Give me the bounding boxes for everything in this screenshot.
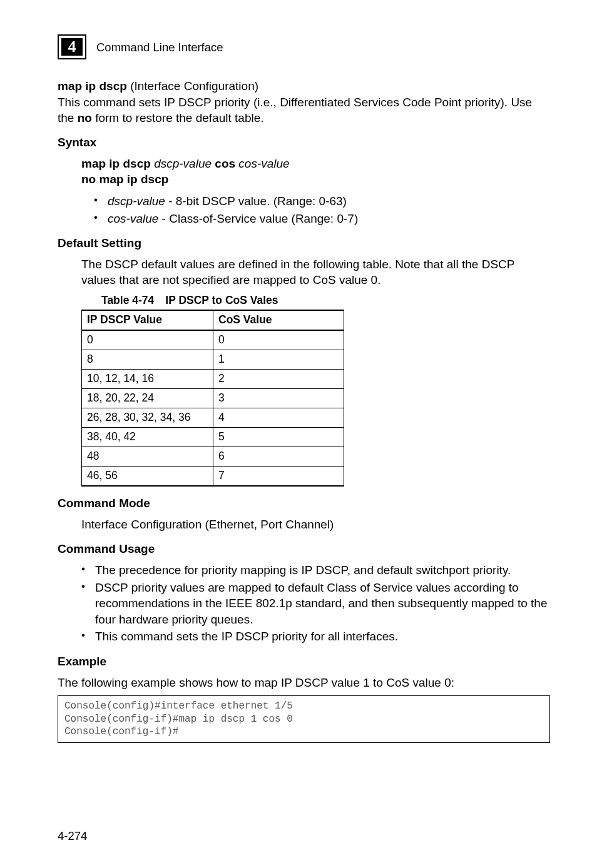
example-heading: Example xyxy=(58,655,550,669)
bullet-text: This command sets the IP DSCP priority f… xyxy=(95,630,398,643)
syntax-kw1: map ip dscp xyxy=(81,157,154,170)
syntax-heading: Syntax xyxy=(58,136,550,149)
bullet-italic: dscp-value xyxy=(108,194,165,208)
usage-bullet: DSCP priority values are mapped to defau… xyxy=(81,580,550,627)
cell-dscp: 8 xyxy=(82,350,213,370)
syntax-bullet: cos-value - Class-of-Service value (Rang… xyxy=(94,211,550,226)
table-row: 10, 12, 14, 162 xyxy=(82,370,344,389)
bullet-text: The precedence for priority mapping is I… xyxy=(95,563,511,577)
cell-dscp: 38, 40, 42 xyxy=(82,428,213,447)
cell-dscp: 46, 56 xyxy=(82,467,213,487)
syntax-line-1: map ip dscp dscp-value cos cos-value xyxy=(81,156,550,171)
command-mode-text: Interface Configuration (Ethernet, Port … xyxy=(81,517,550,532)
command-mode-heading: Command Mode xyxy=(58,497,550,510)
syntax-arg1: dscp-value xyxy=(154,157,212,170)
syntax-line-2: no map ip dscp xyxy=(81,171,550,187)
col-header-dscp: IP DSCP Value xyxy=(82,310,213,330)
table-row: 38, 40, 425 xyxy=(82,428,344,447)
syntax-kw2: cos xyxy=(212,157,238,170)
cell-cos: 7 xyxy=(213,467,344,487)
table-row: 18, 20, 22, 243 xyxy=(82,389,344,408)
col-header-cos: CoS Value xyxy=(213,310,344,330)
syntax-bullets: dscp-value - 8-bit DSCP value. (Range: 0… xyxy=(94,193,550,226)
cell-dscp: 26, 28, 30, 32, 34, 36 xyxy=(82,408,213,428)
cell-cos: 0 xyxy=(213,330,344,350)
syntax-no-form: no map ip dscp xyxy=(81,173,168,186)
command-context: (Interface Configuration) xyxy=(127,79,258,93)
bullet-italic: cos-value xyxy=(108,212,158,225)
command-usage-bullets: The precedence for priority mapping is I… xyxy=(81,562,550,644)
cell-dscp: 18, 20, 22, 24 xyxy=(82,389,213,408)
table-header-row: IP DSCP Value CoS Value xyxy=(82,310,344,330)
chapter-number: 4 xyxy=(61,38,83,56)
command-description: This command sets IP DSCP priority (i.e.… xyxy=(58,94,550,126)
bullet-rest: - 8-bit DSCP value. (Range: 0-63) xyxy=(165,194,347,208)
command-name: map ip dscp xyxy=(58,79,127,93)
syntax-bullet: dscp-value - 8-bit DSCP value. (Range: 0… xyxy=(94,193,550,209)
table-label: Table 4-74 xyxy=(101,294,154,306)
cell-dscp: 48 xyxy=(82,447,213,467)
bullet-text: DSCP priority values are mapped to defau… xyxy=(95,581,547,626)
table-row: 46, 567 xyxy=(82,467,344,487)
default-setting-text: The DSCP default values are defined in t… xyxy=(81,256,550,288)
cell-cos: 4 xyxy=(213,408,344,428)
header-title: Command Line Interface xyxy=(96,41,223,54)
page-header: 4 Command Line Interface xyxy=(58,34,550,61)
desc-text-bold: no xyxy=(78,111,92,124)
page-number: 4-274 xyxy=(58,829,87,843)
cell-dscp: 10, 12, 14, 16 xyxy=(82,370,213,389)
bullet-rest: - Class-of-Service value (Range: 0-7) xyxy=(158,212,358,225)
usage-bullet: This command sets the IP DSCP priority f… xyxy=(81,628,550,644)
dscp-cos-table: IP DSCP Value CoS Value 00 81 10, 12, 14… xyxy=(81,310,344,487)
dscp-table-wrap: Table 4-74IP DSCP to CoS Vales IP DSCP V… xyxy=(81,294,550,487)
table-title: IP DSCP to CoS Vales xyxy=(165,294,278,306)
desc-text-post: form to restore the default table. xyxy=(92,111,264,124)
example-text: The following example shows how to map I… xyxy=(58,675,550,690)
cell-cos: 5 xyxy=(213,428,344,447)
cell-cos: 3 xyxy=(213,389,344,408)
command-title: map ip dscp (Interface Configuration) xyxy=(58,79,550,93)
cell-cos: 1 xyxy=(213,350,344,370)
cell-cos: 6 xyxy=(213,447,344,467)
table-caption: Table 4-74IP DSCP to CoS Vales xyxy=(81,294,550,307)
syntax-arg2: cos-value xyxy=(238,157,289,170)
table-row: 486 xyxy=(82,447,344,467)
example-code: Console(config)#interface ethernet 1/5 C… xyxy=(58,695,550,743)
table-row: 81 xyxy=(82,350,344,370)
table-row: 00 xyxy=(82,330,344,350)
default-setting-heading: Default Setting xyxy=(58,236,550,250)
table-row: 26, 28, 30, 32, 34, 364 xyxy=(82,408,344,428)
cell-cos: 2 xyxy=(213,370,344,389)
command-usage-heading: Command Usage xyxy=(58,542,550,556)
chapter-badge: 4 xyxy=(58,34,88,61)
cell-dscp: 0 xyxy=(82,330,213,350)
usage-bullet: The precedence for priority mapping is I… xyxy=(81,562,550,578)
